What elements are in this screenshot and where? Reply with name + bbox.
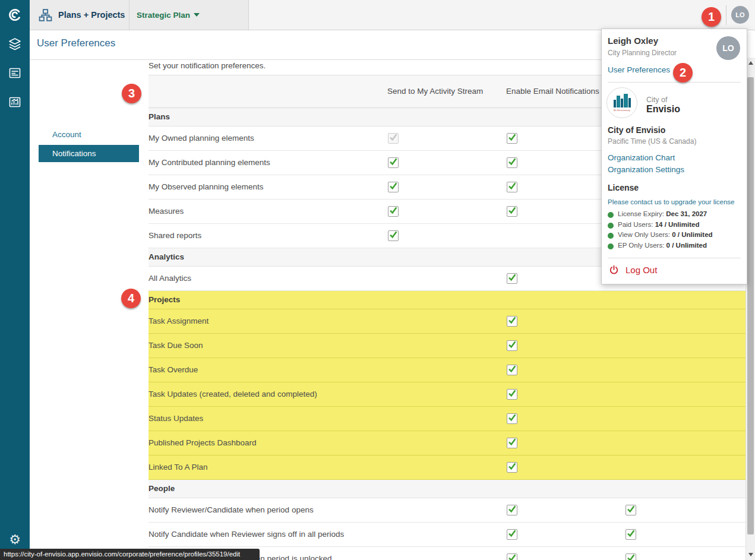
organization-chart-link[interactable]: Organization Chart xyxy=(608,153,675,162)
org-logo-envisio: Envisio xyxy=(646,104,680,115)
user-avatar[interactable]: LO xyxy=(731,6,749,24)
tab-plans-projects-label: Plans + Projects xyxy=(58,10,125,20)
app-window: ⚙ Plans + Projects Strategic Plan LO Use… xyxy=(0,0,755,560)
column-header-email-notifications: Enable Email Notifications xyxy=(506,75,599,107)
scroll-down-arrow[interactable] xyxy=(746,550,755,559)
checkbox-email-my-owned-planning-elements[interactable] xyxy=(507,133,517,144)
logout-label: Log Out xyxy=(626,265,657,275)
section-header-projects: Projects xyxy=(149,291,746,309)
scroll-up-arrow[interactable] xyxy=(746,59,755,67)
table-row-task-due-soon: Task Due Soon xyxy=(149,334,746,358)
scrollbar-thumb[interactable] xyxy=(747,77,754,534)
row-label: My Observed planning elements xyxy=(149,175,264,199)
checkbox-email-notify-reviewer-candidate-when-period-is-unlocked[interactable] xyxy=(507,553,517,560)
nav-item-notifications[interactable]: Notifications xyxy=(39,145,139,162)
reports-icon[interactable] xyxy=(8,66,22,80)
plans-layers-icon[interactable] xyxy=(8,37,22,51)
section-title: People xyxy=(149,480,175,498)
table-row-notify-candidate-when-reviewer-signs-off-in-all-periods: Notify Candidate when Reviewer signs off… xyxy=(149,523,746,547)
nav-item-account[interactable]: Account xyxy=(52,130,81,139)
preferences-nav: Account Notifications xyxy=(30,59,149,560)
checkbox-email-notify-candidate-when-reviewer-signs-off-in-all-periods[interactable] xyxy=(507,529,517,540)
checkbox-email-task-updates-created-deleted-and-completed[interactable] xyxy=(507,389,517,400)
power-icon xyxy=(609,265,619,275)
checkbox-activity-stream-my-owned-planning-elements xyxy=(388,133,399,144)
organization-settings-link[interactable]: Organization Settings xyxy=(608,165,684,174)
row-label: Task Assignment xyxy=(149,309,209,333)
checkbox-activity-stream-shared-reports[interactable] xyxy=(388,230,399,241)
svg-text:Be Envisionary: Be Envisionary xyxy=(614,109,631,112)
row-label: My Owned planning elements xyxy=(149,126,254,150)
org-logo-city-of: City of xyxy=(646,96,667,104)
column-header-activity-stream: Send to My Activity Stream xyxy=(387,75,483,107)
license-heading: License xyxy=(608,183,639,192)
user-name: Leigh Oxley xyxy=(608,36,658,46)
page-title: User Preferences xyxy=(37,37,115,49)
checkbox-email-task-assignment[interactable] xyxy=(507,316,517,327)
envisio-logo-icon[interactable] xyxy=(0,0,30,30)
checkbox-activity-stream-measures[interactable] xyxy=(388,206,399,217)
license-contact-link[interactable]: Please contact us to upgrade your licens… xyxy=(608,198,735,205)
checkbox-email-all-analytics[interactable] xyxy=(507,273,517,284)
table-row-notify-reviewer-candidate-when-period-opens: Notify Reviewer/Candidate when period op… xyxy=(149,498,746,523)
tab-plans-projects[interactable]: Plans + Projects xyxy=(30,0,129,30)
license-item-view-only-users: View Only Users: 0 / Unlimited xyxy=(608,231,713,242)
table-row-task-overdue: Task Overdue xyxy=(149,358,746,382)
license-item-paid-users: Paid Users: 14 / Unlimited xyxy=(608,221,713,232)
logout-button[interactable]: Log Out xyxy=(609,265,657,275)
status-dot-icon xyxy=(608,243,614,249)
row-label: Status Updates xyxy=(149,407,203,431)
analytics-dashboard-icon[interactable] xyxy=(8,95,22,109)
table-row-status-updates: Status Updates xyxy=(149,407,746,431)
section-header-people: People xyxy=(149,480,746,498)
checkbox-activity-stream-my-contributed-planning-elements[interactable] xyxy=(388,157,399,168)
status-dot-icon xyxy=(608,212,614,218)
checkbox-activity-stream-my-observed-planning-elements[interactable] xyxy=(388,182,399,192)
annotation-badge-3: 3 xyxy=(122,84,141,103)
checkbox-email-my-observed-planning-elements[interactable] xyxy=(507,182,517,192)
plan-selector-label: Strategic Plan xyxy=(137,11,190,20)
table-row-published-projects-dashboard: Published Projects Dashboard xyxy=(149,431,746,455)
checkbox-email-linked-to-a-plan[interactable] xyxy=(507,462,517,473)
checkbox-extra-notify-reviewer-candidate-when-period-opens[interactable] xyxy=(626,505,636,515)
checkbox-extra-notify-candidate-when-reviewer-signs-off-in-all-periods[interactable] xyxy=(626,529,636,540)
settings-gear-icon[interactable]: ⚙ xyxy=(0,533,30,547)
menu-divider xyxy=(608,258,741,258)
chevron-down-icon xyxy=(194,13,200,17)
row-label: Notify Reviewer/Candidate when period op… xyxy=(149,498,314,522)
checkbox-email-notify-reviewer-candidate-when-period-opens[interactable] xyxy=(507,505,517,515)
checkbox-email-measures[interactable] xyxy=(507,206,517,217)
sitemap-icon xyxy=(38,8,53,23)
table-row-task-updates-created-deleted-and-completed: Task Updates (created, deleted and compl… xyxy=(149,382,746,407)
row-label: My Contributed planning elements xyxy=(149,151,270,175)
menu-user-preferences-link[interactable]: User Preferences xyxy=(608,65,670,74)
row-label: Published Projects Dashboard xyxy=(149,431,257,455)
city-of-envisio-logo: Be Envisionary xyxy=(606,87,638,121)
topbar-divider xyxy=(726,5,726,25)
checkbox-email-published-projects-dashboard[interactable] xyxy=(507,438,517,448)
row-label: Task Overdue xyxy=(149,358,198,382)
checkbox-email-task-due-soon[interactable] xyxy=(507,340,517,351)
row-label: Shared reports xyxy=(149,224,201,248)
checkbox-email-task-overdue[interactable] xyxy=(507,365,517,375)
table-row-linked-to-a-plan: Linked To A Plan xyxy=(149,455,746,480)
top-bar: Plans + Projects Strategic Plan LO xyxy=(30,0,755,30)
checkbox-email-my-contributed-planning-elements[interactable] xyxy=(507,157,517,168)
row-label: Measures xyxy=(149,200,184,223)
plan-selector[interactable]: Strategic Plan xyxy=(129,0,249,30)
user-role: City Planning Director xyxy=(608,49,677,57)
checkbox-extra-notify-reviewer-candidate-when-period-is-unlocked[interactable] xyxy=(626,553,636,560)
app-rail: ⚙ xyxy=(0,0,30,560)
row-label: Task Due Soon xyxy=(149,334,203,357)
menu-divider xyxy=(608,82,741,83)
annotation-badge-2: 2 xyxy=(673,63,693,83)
license-items-list: License Expiry: Dec 31, 2027Paid Users: … xyxy=(608,210,713,252)
license-item-ep-only-users: EP Only Users: 0 / Unlimited xyxy=(608,242,713,252)
organization-timezone: Pacific Time (US & Canada) xyxy=(608,137,696,145)
browser-status-url: https://city-of-envisio.app.envisio.com/… xyxy=(0,549,260,560)
row-label: All Analytics xyxy=(149,267,191,290)
row-label: Linked To A Plan xyxy=(149,455,208,479)
status-dot-icon xyxy=(608,223,614,229)
row-label: Notify Candidate when Reviewer signs off… xyxy=(149,523,344,546)
checkbox-email-status-updates[interactable] xyxy=(507,413,517,424)
